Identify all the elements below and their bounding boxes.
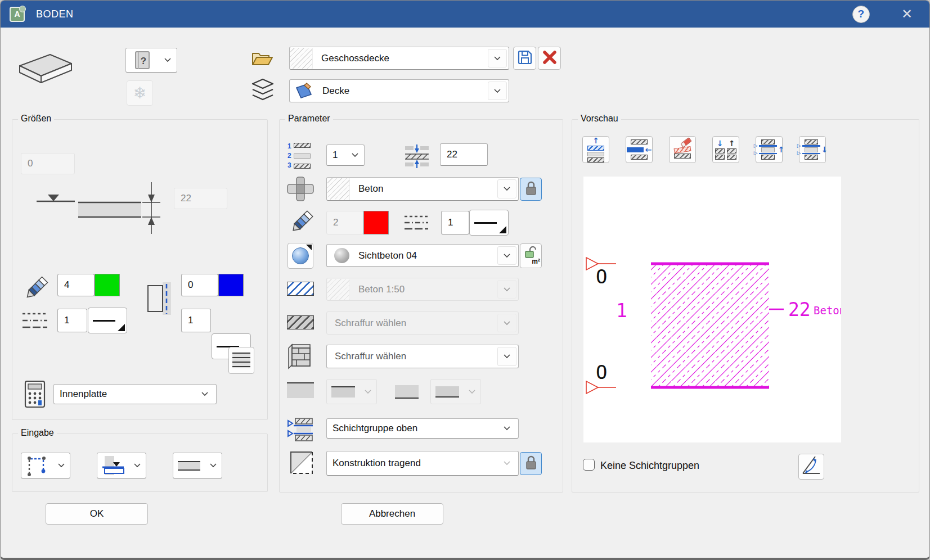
save-icon — [517, 49, 533, 67]
preview-group-label: Vorschau — [578, 114, 621, 124]
help-button[interactable]: ? — [852, 6, 870, 23]
group-boundary-down-icon: ▷▷ ↓ — [797, 139, 828, 160]
pen-number-field[interactable] — [326, 211, 363, 234]
layer-group-dropdown[interactable]: Schichtgruppe oben — [326, 418, 519, 439]
chevron-down-icon — [497, 347, 516, 366]
area-unit-label: m² — [532, 258, 541, 265]
area-unit-lock-button[interactable]: m² — [520, 243, 542, 268]
pen-color-swatch[interactable] — [363, 211, 389, 234]
question-book-icon: ? — [126, 51, 159, 70]
bottom-edge-dropdown — [430, 379, 481, 404]
ok-button[interactable]: OK — [46, 503, 148, 525]
line-factor-left-field[interactable] — [57, 309, 87, 332]
top-edge-icon — [287, 382, 314, 398]
input-mode-dropdown[interactable] — [21, 453, 70, 478]
reference-level-dropdown[interactable] — [97, 453, 146, 478]
boden-dialog: A BODEN ? ✕ ? — [0, 0, 930, 560]
svg-text:?: ? — [141, 56, 146, 66]
swap-layers-button[interactable]: ↓ ↑ — [712, 136, 739, 163]
construction-lock-button[interactable] — [520, 452, 542, 475]
dialog-body: ? ❄ Geschossdecke — [1, 28, 929, 558]
chevron-down-icon — [497, 421, 516, 436]
view-hatch-dropdown[interactable]: Schraffur wählen — [326, 345, 519, 368]
component-dropdown[interactable]: Decke — [289, 79, 509, 102]
no-layer-groups-checkbox[interactable] — [583, 459, 595, 471]
corner-triangle-icon — [499, 226, 506, 233]
help-icon: ? — [858, 8, 865, 20]
layer-group-icon — [286, 416, 315, 442]
bottom-edge-sample — [431, 386, 464, 398]
chevron-down-icon — [131, 455, 144, 476]
parameter-group: Parameter 123 1 — [279, 119, 563, 493]
cut-hatch2-icon — [287, 315, 314, 329]
corner-triangle-icon — [118, 324, 125, 331]
chevron-down-icon — [497, 280, 516, 299]
surface-material-button[interactable] — [287, 243, 313, 269]
layer-lines-button[interactable] — [228, 347, 254, 374]
lock-icon — [525, 181, 537, 198]
plate-type-dropdown[interactable]: Innenplatte — [53, 384, 217, 404]
level-offset-field[interactable] — [21, 153, 75, 174]
chevron-down-icon — [497, 246, 516, 265]
material-icon — [286, 176, 315, 202]
line-factor-right-field[interactable] — [181, 309, 211, 332]
material-dropdown[interactable]: Beton — [326, 177, 519, 201]
marker-letter-bottom: O — [596, 361, 607, 383]
template-dropdown[interactable]: Geschossdecke — [289, 47, 509, 70]
material-lock-button[interactable] — [520, 178, 542, 201]
open-folder-icon[interactable] — [251, 50, 273, 67]
cut-hatch-icon — [287, 282, 314, 296]
line-style-left-dropdown[interactable] — [88, 308, 127, 333]
add-layer-above-button[interactable]: ↑ — [582, 136, 609, 163]
layer-group-value: Schichtgruppe oben — [327, 423, 496, 434]
layer-number-dropdown[interactable]: 1 — [326, 144, 365, 166]
chevron-down-icon — [160, 50, 175, 70]
axis-offset-field[interactable] — [181, 274, 218, 296]
corner-triangle-icon — [306, 245, 312, 250]
preview-canvas[interactable]: O O 1 22 Beton — [583, 177, 841, 442]
construction-dropdown[interactable]: Konstruktion tragend — [326, 451, 519, 476]
slab-edge-dropdown[interactable] — [173, 453, 222, 478]
ok-button-label: OK — [90, 508, 104, 520]
chevron-down-icon — [195, 386, 214, 402]
titlebar[interactable]: A BODEN ? ✕ — [1, 1, 929, 28]
layer-thickness-icon — [405, 144, 429, 168]
construction-icon — [289, 450, 315, 476]
line-factor-field[interactable] — [441, 211, 469, 234]
sizes-group-label: Größen — [18, 114, 54, 124]
slab-thickness-field[interactable] — [174, 188, 227, 209]
layers-icon[interactable] — [251, 78, 274, 104]
reference-mode-dropdown[interactable]: ? — [125, 48, 177, 73]
save-template-button[interactable] — [513, 47, 536, 70]
line-sample — [474, 222, 497, 224]
move-group-boundary-up-button[interactable]: ▷▷ ↑ — [756, 136, 783, 163]
angle-button[interactable] — [798, 454, 824, 480]
freeze-button[interactable]: ❄ — [127, 80, 153, 106]
chevron-down-icon — [206, 455, 220, 476]
calculator-icon — [24, 380, 46, 409]
chevron-down-icon — [497, 314, 516, 332]
delete-template-button[interactable] — [538, 47, 561, 70]
close-button[interactable]: ✕ — [901, 7, 913, 21]
polyline-path-icon — [21, 454, 53, 477]
input-group: Eingabe — [12, 433, 268, 492]
chevron-down-icon — [497, 453, 516, 473]
cancel-button[interactable]: Abbrechen — [341, 503, 443, 525]
component-value: Decke — [319, 85, 486, 97]
cancel-button-label: Abbrechen — [369, 508, 415, 520]
layer-thickness-field[interactable] — [440, 143, 488, 166]
surface-dropdown[interactable]: Sichtbeton 04 — [326, 244, 519, 267]
insert-layer-button[interactable]: ← — [626, 136, 653, 163]
pen-color-swatch[interactable] — [95, 274, 120, 296]
top-edge-sample — [327, 386, 360, 398]
chevron-down-icon — [497, 179, 516, 198]
chevron-down-icon — [348, 147, 362, 164]
line-style-dropdown[interactable] — [469, 210, 509, 236]
top-edge-dropdown — [326, 379, 377, 404]
pen-width-field[interactable] — [57, 274, 95, 296]
cut-hatch2-dropdown: Schraffur wählen — [326, 311, 519, 335]
delete-layer-button[interactable] — [669, 136, 696, 163]
axis-color-swatch[interactable] — [218, 274, 244, 296]
move-group-boundary-down-button[interactable]: ▷▷ ↓ — [799, 136, 826, 163]
swap-layers-icon: ↓ ↑ — [715, 139, 736, 160]
